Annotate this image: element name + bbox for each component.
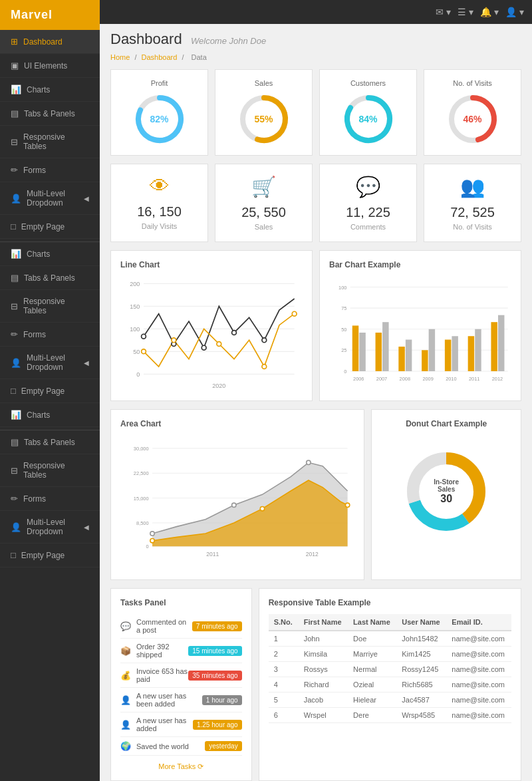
task-badge: yesterday	[205, 741, 241, 751]
table-cell: John	[299, 631, 348, 647]
donut-title: Profit	[118, 79, 201, 87]
sidebar-item-charts[interactable]: 📊 Charts	[0, 242, 100, 266]
task-text: Invoice 653 has paid	[136, 667, 188, 683]
table-row: 6WrspelDereWrsp4585name@site.com	[269, 708, 511, 723]
table-cell: John15482	[396, 631, 446, 647]
sidebar-label: Empty Page	[21, 551, 65, 560]
table-header: Email ID.	[446, 614, 511, 631]
svg-text:50: 50	[341, 327, 346, 333]
sidebar-label: Forms	[23, 330, 46, 339]
svg-rect-48	[498, 315, 504, 371]
responsive-table-card: Responsive Table Example S.No.First Name…	[259, 588, 521, 781]
table-cell: Jacob	[299, 693, 348, 708]
sidebar-label: Empty Page	[21, 387, 65, 396]
breadcrumb-dashboard[interactable]: Dashboard	[142, 53, 178, 61]
sidebar-item-forms[interactable]: ✏ Forms	[0, 323, 100, 347]
svg-text:30,000: 30,000	[134, 446, 149, 452]
svg-rect-42	[429, 329, 435, 371]
area-chart-svg: 30,000 22,500 15,000 8,500 0	[120, 435, 354, 568]
stat-label: No. of Visits	[431, 223, 514, 231]
sidebar-item-tabs--panels[interactable]: ▤ Tabs & Panels	[0, 102, 100, 126]
sidebar-item-responsive-tables[interactable]: ⊟ Responsive Tables	[0, 290, 100, 323]
table-cell: Jac4587	[396, 693, 446, 708]
donut-title: No. of Visits	[431, 79, 514, 87]
sidebar-icon: ⊞	[11, 37, 18, 47]
sidebar-label: Tabs & Panels	[24, 109, 75, 118]
svg-rect-35	[352, 325, 358, 371]
charts-row-2: Area Chart 30,000 22,500 15,000 8,500 0	[110, 409, 521, 580]
sidebar-item-empty-page[interactable]: □ Empty Page	[0, 544, 100, 567]
svg-text:0: 0	[344, 369, 346, 375]
stat-icon: 🛒	[222, 175, 305, 198]
stat-icon: 👥	[431, 175, 514, 198]
svg-rect-47	[491, 322, 497, 371]
sidebar-label: Tabs & Panels	[24, 273, 75, 283]
sidebar-item-ui-elements[interactable]: ▣ UI Elements	[0, 54, 100, 78]
svg-text:15,000: 15,000	[134, 496, 149, 502]
topbar-user-icon[interactable]: 👤 ▾	[505, 7, 524, 17]
table-cell: 5	[269, 693, 299, 708]
sidebar-item-tabs--panels[interactable]: ▤ Tabs & Panels	[0, 266, 100, 290]
icon-stat-sales: 🛒 25, 550 Sales	[215, 164, 313, 242]
sidebar-item-charts[interactable]: 📊 Charts	[0, 78, 100, 102]
table-cell: Hielear	[348, 693, 396, 708]
table-row: 3RossysNermalRossy1245name@site.com	[269, 662, 511, 677]
bar-chart-title: Bar Chart Example	[329, 260, 511, 269]
topbar-mail-icon[interactable]: ✉ ▾	[436, 7, 451, 17]
table-cell: Richard	[299, 677, 348, 693]
line-chart-title: Line Chart	[120, 260, 303, 269]
table-cell: Wrsp4585	[396, 708, 446, 723]
sidebar-item-responsive-tables[interactable]: ⊟ Responsive Tables	[0, 454, 100, 487]
page-title: Dashboard	[110, 31, 182, 47]
sidebar-item-multi-level-dropdown[interactable]: 👤 Multi-Level Dropdown ◀	[0, 182, 100, 215]
stat-label: Sales	[222, 223, 305, 231]
donut-stat-profit: Profit 82%	[110, 69, 208, 156]
svg-text:25: 25	[341, 348, 346, 354]
table-cell: 3	[269, 662, 299, 677]
sidebar-item-forms[interactable]: ✏ Forms	[0, 487, 100, 511]
donut-percent: 82%	[150, 114, 168, 124]
table-cell: 2	[269, 647, 299, 662]
sidebar-item-multi-level-dropdown[interactable]: 👤 Multi-Level Dropdown ◀	[0, 511, 100, 544]
svg-point-67	[232, 503, 236, 507]
svg-text:2011: 2011	[469, 376, 479, 382]
sidebar-label: Charts	[27, 85, 50, 94]
stat-value: 11, 225	[327, 205, 410, 220]
table-header: User Name	[396, 614, 446, 631]
sidebar-item-tabs--panels[interactable]: ▤ Tabs & Panels	[0, 430, 100, 454]
sidebar-icon: 📊	[11, 410, 21, 420]
chevron-icon: ◀	[84, 359, 89, 367]
sidebar-item-dashboard[interactable]: ⊞ Dashboard	[0, 30, 100, 54]
task-icon: 💬	[120, 621, 131, 631]
donut-percent: 46%	[463, 114, 481, 124]
tasks-card: Tasks Panel 💬 Commented on a post 7 minu…	[110, 588, 252, 781]
topbar-bell-icon[interactable]: 🔔 ▾	[480, 7, 499, 17]
sidebar-icon: ⊟	[11, 301, 18, 311]
breadcrumb-home[interactable]: Home	[110, 53, 130, 61]
sidebar-item-charts[interactable]: 📊 Charts	[0, 403, 100, 427]
sidebar-label: Multi-Level Dropdown	[27, 189, 84, 208]
topbar-list-icon[interactable]: ☰ ▾	[458, 7, 473, 17]
sidebar-item-empty-page[interactable]: □ Empty Page	[0, 215, 100, 239]
more-tasks-link[interactable]: More Tasks ⟳	[120, 762, 242, 771]
svg-point-19	[262, 338, 267, 343]
task-item: 🌍 Saved the world yesterday	[120, 737, 242, 756]
chevron-icon: ◀	[84, 195, 89, 202]
svg-rect-40	[406, 340, 412, 371]
sidebar-item-empty-page[interactable]: □ Empty Page	[0, 379, 100, 403]
sidebar-item-forms[interactable]: ✏ Forms	[0, 158, 100, 182]
task-icon: 👤	[120, 720, 131, 730]
sidebar-icon: ▤	[11, 273, 19, 283]
table-cell: 6	[269, 708, 299, 723]
icon-cards-row: 👁 16, 150 Daily Visits🛒 25, 550 Sales💬 1…	[110, 164, 521, 242]
welcome-text: Welcome John Doe	[191, 36, 266, 46]
sidebar: Marvel ⊞ Dashboard ▣ UI Elements 📊 Chart…	[0, 0, 100, 781]
table-cell: Rossy1245	[396, 662, 446, 677]
table-row: 4RichardOziealRich5685name@site.com	[269, 677, 511, 693]
sidebar-label: Charts	[27, 249, 50, 259]
svg-point-21	[172, 338, 176, 343]
svg-point-24	[292, 311, 297, 316]
sidebar-item-multi-level-dropdown[interactable]: 👤 Multi-Level Dropdown ◀	[0, 347, 100, 379]
sidebar-label: Charts	[27, 410, 50, 420]
sidebar-item-responsive-tables[interactable]: ⊟ Responsive Tables	[0, 126, 100, 158]
